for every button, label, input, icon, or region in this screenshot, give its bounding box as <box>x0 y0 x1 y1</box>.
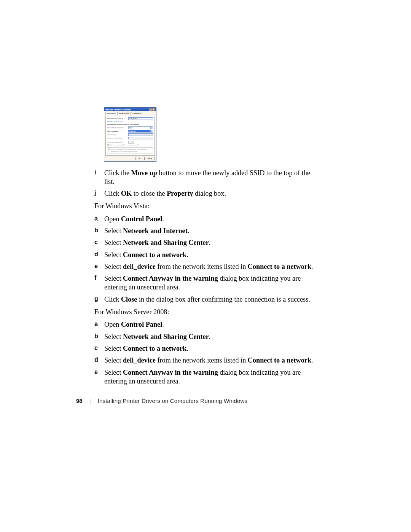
bold-text: dell_device <box>123 356 156 364</box>
text: in the dialog box after confirming the c… <box>137 296 310 303</box>
bold-text: Close <box>121 296 137 303</box>
data-encryption-select[interactable]: Disabled ▾ <box>128 130 153 133</box>
dialog-title-text: Wireless network properties <box>105 109 149 111</box>
tab-authentication[interactable]: Authentication <box>117 112 131 115</box>
step-marker: b <box>94 332 104 341</box>
page-footer: 98 | Installing Printer Drivers on Compu… <box>76 398 247 404</box>
bold-text: Network and Internet <box>123 227 188 235</box>
text: . <box>162 321 164 328</box>
wireless-key-link: Wireless network key <box>107 121 153 123</box>
chevron-down-icon: ▾ <box>150 127 153 129</box>
page-content: Wireless network properties ? X Associat… <box>94 107 319 389</box>
text: . <box>162 215 164 223</box>
text: to close the <box>132 190 167 197</box>
instruction-content: i Click the Move up button to move the n… <box>94 169 319 386</box>
step-marker: a <box>94 215 104 224</box>
step-marker: g <box>94 295 104 304</box>
bold-text: Control Panel <box>121 321 162 328</box>
adhoc-checkbox-row: This is a computer-to-computer (ad hoc) … <box>107 147 153 153</box>
server2008-step-a: a Open Control Panel. <box>94 320 319 329</box>
footer-text: Installing Printer Drivers on Computers … <box>98 398 248 404</box>
ok-button[interactable]: OK <box>135 157 143 160</box>
network-auth-label: Network Authentication: <box>107 127 128 129</box>
data-encryption-value: Disabled <box>129 130 136 132</box>
key-index-field <box>128 141 134 144</box>
wireless-properties-dialog: Wireless network properties ? X Associat… <box>104 107 156 162</box>
text: Select <box>104 263 123 270</box>
network-name-value: dell_device <box>129 118 138 120</box>
vista-step-c: c Select Network and Sharing Center. <box>94 238 319 247</box>
network-key-label: Network key: <box>107 134 128 136</box>
checkbox-icon <box>107 144 109 146</box>
network-auth-select[interactable]: Open ▾ <box>128 126 153 129</box>
text: Click the <box>104 169 131 177</box>
text: . <box>186 251 188 259</box>
network-name-label: Network name (SSID): <box>107 118 128 120</box>
server2008-step-b: b Select Network and Sharing Center. <box>94 332 319 341</box>
step-marker: c <box>94 238 104 247</box>
vista-step-f: f Select Connect Anyway in the warning d… <box>94 274 319 292</box>
text: . <box>186 345 188 352</box>
server2008-step-e: e Select Connect Anyway in the warning d… <box>94 368 319 386</box>
bold-text: Connect to a network <box>248 263 311 270</box>
key-index-label: Key index (advanced): <box>107 141 128 143</box>
text: Click <box>104 296 121 303</box>
step-i: i Click the Move up button to move the n… <box>94 169 319 187</box>
text: Select <box>104 275 123 282</box>
chevron-down-icon: ▾ <box>150 130 153 132</box>
confirm-key-label: Confirm network key: <box>107 137 128 139</box>
bold-text: Connect to a network <box>248 356 311 364</box>
step-j: j Click OK to close the Property dialog … <box>94 189 319 198</box>
network-name-field[interactable]: dell_device <box>128 117 153 120</box>
close-icon[interactable]: X <box>152 108 155 111</box>
tab-connection[interactable]: Connection <box>131 112 143 115</box>
text: . <box>311 356 313 364</box>
text: . <box>311 263 313 270</box>
network-key-field <box>128 133 153 136</box>
step-marker: j <box>94 189 104 198</box>
text: . <box>188 227 190 235</box>
step-marker: i <box>94 169 104 187</box>
checkbox-icon <box>108 149 110 150</box>
bold-text: Connect to a network <box>123 345 186 352</box>
text: Select <box>104 345 123 352</box>
vista-step-e: e Select dell_device from the network it… <box>94 262 319 271</box>
chevron-down-icon <box>131 141 134 143</box>
requires-key-text: This network requires a key for the foll… <box>107 123 153 125</box>
tab-association[interactable]: Association <box>105 112 117 115</box>
step-marker: d <box>94 251 104 259</box>
cancel-button[interactable]: Cancel <box>144 157 155 160</box>
vista-step-a: a Open Control Panel. <box>94 215 319 224</box>
step-marker: e <box>94 368 104 386</box>
bold-text: Network and Sharing Center <box>123 239 209 246</box>
text: Click <box>104 190 121 197</box>
text: Select <box>104 251 123 259</box>
vista-heading: For Windows Vista: <box>94 202 319 211</box>
text: from the network items listed in <box>156 356 248 364</box>
text: dialog box. <box>193 190 226 197</box>
vista-step-b: b Select Network and Internet. <box>94 227 319 235</box>
bold-text: Connect to a network <box>123 251 186 259</box>
dialog-tabs: Association Authentication Connection <box>105 112 155 115</box>
step-marker: b <box>94 227 104 235</box>
server2008-step-c: c Select Connect to a network. <box>94 344 319 353</box>
bold-text: Network and Sharing Center <box>123 333 209 340</box>
vista-step-d: d Select Connect to a network. <box>94 251 319 259</box>
text: Open <box>104 321 121 328</box>
dialog-screenshot: Wireless network properties ? X Associat… <box>104 107 319 162</box>
server2008-step-d: d Select dell_device from the network it… <box>94 356 319 365</box>
text: . <box>209 333 211 340</box>
vista-step-g: g Click Close in the dialog box after co… <box>94 295 319 304</box>
text: . <box>209 239 211 246</box>
page-number: 98 <box>76 398 83 404</box>
key-auto-checkbox-row: The key is provided for me automatically <box>107 144 153 146</box>
confirm-key-field <box>128 137 153 139</box>
help-icon[interactable]: ? <box>149 108 152 111</box>
text: Select <box>104 227 123 235</box>
bold-text: Move up <box>131 169 157 177</box>
network-auth-value: Open <box>129 127 134 129</box>
step-marker: a <box>94 320 104 329</box>
server2008-heading: For Windows Server 2008: <box>94 308 319 316</box>
key-auto-text: The key is provided for me automatically <box>110 144 139 146</box>
footer-separator: | <box>89 398 91 404</box>
